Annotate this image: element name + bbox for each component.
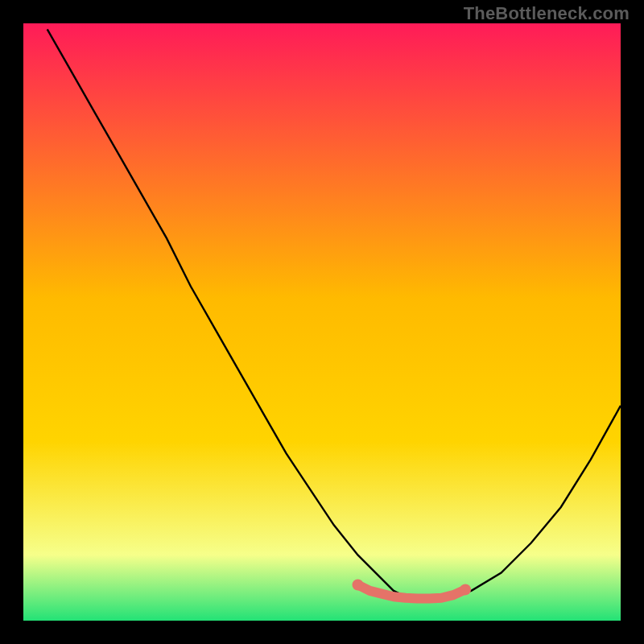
plot-area (23, 23, 621, 621)
optimal-band-start-dot (353, 580, 364, 591)
attribution-text: TheBottleneck.com (464, 3, 630, 24)
bottleneck-chart (23, 23, 621, 621)
chart-frame: TheBottleneck.com (0, 0, 644, 644)
gradient-background (23, 23, 621, 621)
optimal-band-end-dot (460, 584, 471, 595)
